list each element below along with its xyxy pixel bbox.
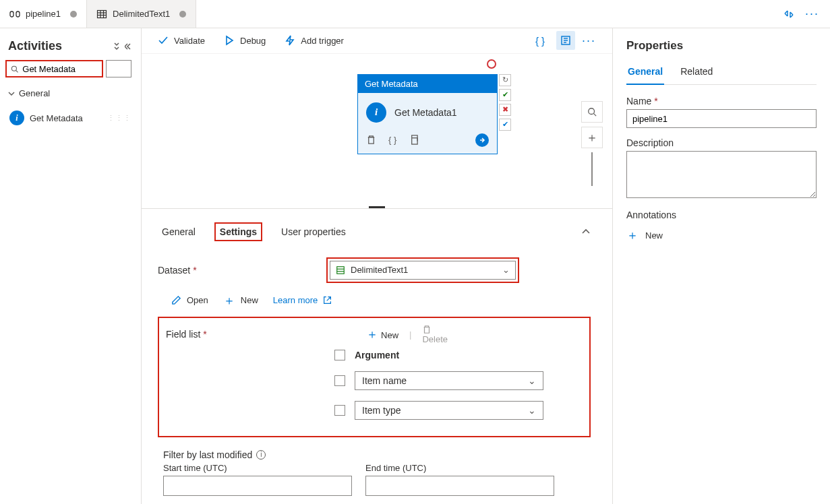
node-get-metadata[interactable]: Get Metadata i Get Metadata1 { } bbox=[357, 74, 498, 154]
chevron-up-icon bbox=[581, 227, 591, 237]
badge-retry-icon[interactable]: ↻ bbox=[499, 74, 511, 86]
node-type-label: Get Metadata bbox=[358, 75, 497, 93]
more-icon[interactable]: ··· bbox=[805, 7, 819, 21]
info-icon: i bbox=[366, 102, 386, 123]
activity-search-input[interactable] bbox=[22, 64, 98, 74]
annotation-new-label: New bbox=[645, 230, 663, 241]
external-link-icon bbox=[323, 296, 332, 305]
start-time-input[interactable] bbox=[163, 476, 352, 496]
field-row-select[interactable]: Item type ⌄ bbox=[355, 401, 543, 420]
dataset-label: Dataset bbox=[158, 265, 313, 276]
end-time-label: End time (UTC) bbox=[365, 463, 554, 473]
drag-grip-icon: ⋮⋮⋮ bbox=[107, 114, 131, 123]
prop-desc-label: Description bbox=[626, 137, 817, 148]
tab-dataset-label: DelimitedText1 bbox=[113, 9, 170, 19]
group-general[interactable]: General bbox=[5, 84, 136, 102]
add-trigger-label: Add trigger bbox=[301, 36, 344, 46]
dataset-dropdown[interactable]: DelimitedText1 ⌄ bbox=[326, 257, 519, 283]
copy-icon[interactable] bbox=[409, 135, 419, 145]
collapse-settings-button[interactable] bbox=[581, 227, 591, 237]
badge-success-icon[interactable]: ✔ bbox=[499, 89, 511, 101]
argument-header-label: Argument bbox=[355, 350, 399, 360]
validate-label: Validate bbox=[174, 36, 205, 46]
plus-icon: ＋ bbox=[366, 327, 378, 341]
chevron-down-icon: ⌄ bbox=[528, 405, 536, 416]
argument-header-checkbox[interactable] bbox=[334, 350, 345, 360]
toolbar-more-icon[interactable]: ··· bbox=[582, 34, 596, 48]
resize-handle[interactable] bbox=[369, 206, 385, 209]
new-dataset-button[interactable]: ＋ New bbox=[223, 292, 258, 309]
field-list-new-button[interactable]: ＋ New bbox=[366, 326, 398, 342]
search-extra-box[interactable] bbox=[106, 60, 131, 77]
field-list-delete-button[interactable]: Delete bbox=[422, 325, 448, 344]
tab-user-properties[interactable]: User properties bbox=[277, 224, 350, 240]
field-row-value: Item type bbox=[362, 405, 401, 416]
canvas-search-button[interactable] bbox=[581, 101, 603, 123]
trash-icon bbox=[422, 325, 432, 334]
svg-rect-16 bbox=[337, 267, 345, 274]
info-icon: i bbox=[9, 111, 24, 125]
new-label: New bbox=[241, 295, 258, 305]
validation-marker-icon bbox=[487, 59, 496, 69]
prop-name-input[interactable] bbox=[626, 109, 817, 128]
open-dataset-button[interactable]: Open bbox=[171, 295, 208, 305]
activities-title: Activities bbox=[8, 39, 62, 53]
prop-ann-label: Annotations bbox=[626, 210, 817, 220]
tab-pipeline-label: pipeline1 bbox=[26, 9, 61, 19]
field-row-checkbox[interactable] bbox=[334, 375, 345, 386]
prop-tab-related[interactable]: Related bbox=[679, 62, 714, 84]
end-time-input[interactable] bbox=[365, 476, 554, 496]
chevron-down-icon: ⌄ bbox=[528, 375, 536, 386]
code-icon[interactable]: { } bbox=[388, 135, 396, 145]
search-icon bbox=[11, 65, 18, 73]
trigger-icon bbox=[285, 35, 295, 46]
zoom-track[interactable] bbox=[591, 152, 593, 186]
json-view-button[interactable]: { } bbox=[531, 31, 550, 50]
activity-get-metadata-label: Get Metadata bbox=[30, 113, 83, 123]
learn-more-link[interactable]: Learn more bbox=[273, 295, 332, 305]
canvas-add-button[interactable]: ＋ bbox=[581, 127, 603, 148]
collapse-panel-icon[interactable] bbox=[125, 42, 133, 51]
plus-icon: ＋ bbox=[223, 292, 235, 309]
add-trigger-button[interactable]: Add trigger bbox=[285, 35, 344, 46]
pipeline-canvas[interactable]: Get Metadata i Get Metadata1 { } ↻ ✔ ✖ bbox=[142, 54, 612, 209]
debug-label: Debug bbox=[240, 36, 266, 46]
field-list-section: Field list ＋ New | Delete bbox=[158, 317, 591, 437]
svg-line-15 bbox=[594, 113, 597, 116]
prop-tab-general[interactable]: General bbox=[626, 62, 664, 85]
badge-fail-icon[interactable]: ✖ bbox=[499, 104, 511, 116]
field-row-select[interactable]: Item name ⌄ bbox=[355, 371, 543, 390]
delete-icon[interactable] bbox=[366, 135, 376, 145]
arrow-right-icon bbox=[479, 137, 485, 144]
activity-get-metadata[interactable]: i Get Metadata ⋮⋮⋮ bbox=[5, 106, 136, 129]
activity-search[interactable] bbox=[5, 60, 103, 77]
debug-button[interactable]: Debug bbox=[224, 35, 266, 46]
run-node-button[interactable] bbox=[475, 133, 489, 147]
svg-rect-2 bbox=[98, 10, 107, 18]
tab-pipeline[interactable]: pipeline1 bbox=[0, 0, 87, 28]
expand-all-icon[interactable] bbox=[113, 42, 121, 51]
annotation-new-button[interactable]: ＋ New bbox=[626, 223, 817, 243]
start-time-label: Start time (UTC) bbox=[163, 463, 352, 473]
pencil-icon bbox=[171, 295, 181, 305]
badge-skip-icon[interactable]: ✔ bbox=[499, 119, 511, 131]
filter-label: Filter by last modified bbox=[163, 449, 252, 460]
node-name-label: Get Metadata1 bbox=[394, 107, 457, 118]
field-row-checkbox[interactable] bbox=[334, 405, 345, 416]
field-list-new-label: New bbox=[381, 330, 398, 340]
svg-rect-13 bbox=[412, 138, 417, 144]
properties-toggle-button[interactable] bbox=[556, 31, 575, 50]
tab-dirty-dot-2 bbox=[179, 11, 186, 18]
collapse-icon[interactable] bbox=[783, 9, 794, 20]
canvas-toolbar: Validate Debug Add trigger { } ··· bbox=[142, 28, 612, 54]
dataset-icon bbox=[336, 265, 345, 275]
validate-button[interactable]: Validate bbox=[158, 35, 205, 46]
svg-rect-0 bbox=[10, 11, 13, 17]
tab-dataset[interactable]: DelimitedText1 bbox=[87, 0, 196, 28]
prop-desc-input[interactable] bbox=[626, 151, 817, 198]
tab-settings[interactable]: Settings bbox=[214, 222, 262, 241]
help-icon[interactable]: i bbox=[256, 450, 266, 460]
separator: | bbox=[409, 329, 411, 340]
tab-general[interactable]: General bbox=[158, 224, 200, 240]
open-label: Open bbox=[187, 295, 208, 305]
